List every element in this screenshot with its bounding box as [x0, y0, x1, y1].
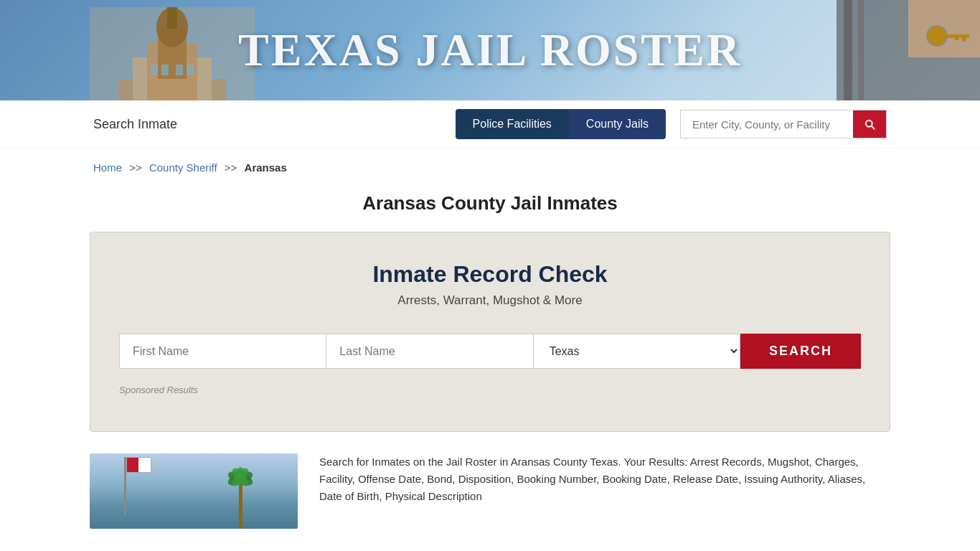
- site-title: Texas Jail Roster: [238, 24, 742, 77]
- breadcrumb-home[interactable]: Home: [93, 161, 122, 174]
- svg-rect-19: [955, 34, 958, 40]
- svg-point-25: [236, 467, 245, 484]
- search-inmate-label: Search Inmate: [93, 117, 177, 132]
- breadcrumb-current: Aransas: [245, 161, 287, 174]
- record-check-box: Inmate Record Check Arrests, Warrant, Mu…: [90, 232, 890, 432]
- county-jails-button[interactable]: County Jails: [569, 109, 666, 139]
- facility-search-button[interactable]: [853, 110, 886, 138]
- svg-rect-6: [118, 79, 133, 100]
- search-icon: [863, 118, 876, 131]
- svg-rect-18: [962, 34, 966, 42]
- record-check-subtitle: Arrests, Warrant, Mugshot & More: [119, 293, 861, 308]
- facility-search-input[interactable]: [681, 111, 853, 138]
- palm-tree-icon: [226, 464, 255, 529]
- first-name-input[interactable]: [119, 334, 326, 369]
- svg-rect-14: [858, 0, 864, 100]
- last-name-input[interactable]: [326, 334, 533, 369]
- breadcrumb-sep2: >>: [225, 161, 237, 174]
- svg-point-16: [927, 26, 947, 46]
- page-title: Aransas County Jail Inmates: [0, 192, 980, 215]
- inmate-search-form: AlabamaAlaskaArizonaArkansasCaliforniaCo…: [119, 334, 861, 369]
- county-image: [90, 453, 298, 529]
- svg-rect-10: [176, 65, 183, 75]
- sponsored-results-label: Sponsored Results: [119, 385, 861, 395]
- inmate-search-button[interactable]: SEARCH: [740, 334, 861, 369]
- breadcrumb-sep1: >>: [129, 161, 142, 174]
- svg-rect-13: [844, 0, 852, 100]
- svg-rect-11: [187, 65, 194, 75]
- page-title-section: Aransas County Jail Inmates: [0, 181, 980, 232]
- svg-rect-7: [212, 79, 226, 100]
- police-facilities-button[interactable]: Police Facilities: [456, 109, 569, 139]
- record-check-title: Inmate Record Check: [119, 261, 861, 288]
- svg-rect-8: [151, 65, 158, 75]
- bottom-section: Search for Inmates on the Jail Roster in…: [90, 453, 890, 543]
- svg-rect-9: [161, 65, 169, 75]
- county-description: Search for Inmates on the Jail Roster in…: [319, 453, 890, 505]
- keys-image: [837, 0, 980, 100]
- header-banner: Texas Jail Roster: [0, 0, 980, 100]
- state-select[interactable]: AlabamaAlaskaArizonaArkansasCaliforniaCo…: [534, 334, 740, 369]
- breadcrumb: Home >> County Sheriff >> Aransas: [0, 149, 980, 181]
- flag: [126, 457, 151, 473]
- svg-rect-5: [167, 7, 177, 29]
- nav-search-wrapper: [680, 110, 887, 138]
- capitol-image: [90, 7, 255, 100]
- breadcrumb-county-sheriff[interactable]: County Sheriff: [149, 161, 217, 174]
- svg-rect-20: [239, 479, 242, 529]
- nav-bar: Search Inmate Police Facilities County J…: [0, 100, 980, 149]
- facility-buttons: Police Facilities County Jails: [456, 109, 666, 139]
